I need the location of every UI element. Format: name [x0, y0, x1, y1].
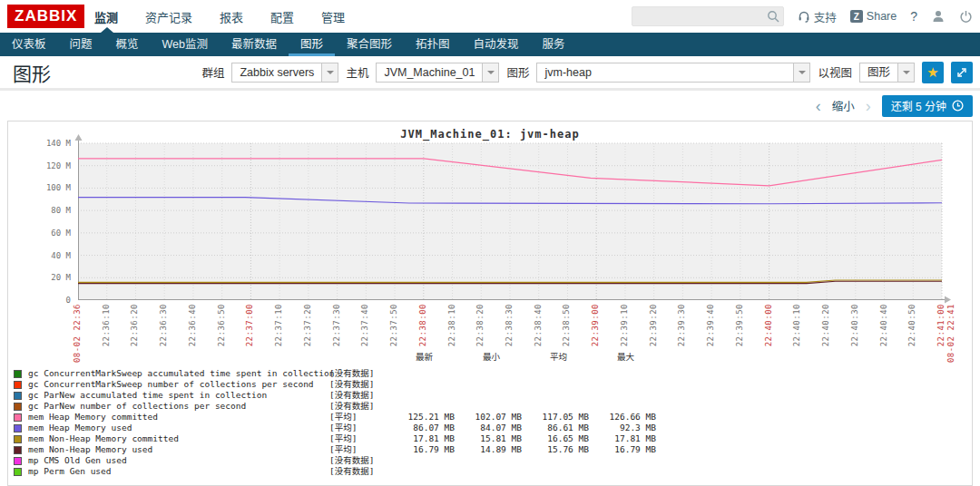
subnav-item[interactable]: 仪表板: [0, 33, 58, 56]
legend-item-function: [没有数据]: [329, 466, 387, 477]
subnav-item[interactable]: 图形: [289, 33, 335, 56]
y-tick-label: 140 M: [46, 139, 71, 148]
legend-item-value: [387, 379, 455, 390]
time-forward-button[interactable]: ›: [866, 98, 871, 114]
subnav-item[interactable]: 问题: [58, 33, 104, 56]
fullscreen-button[interactable]: [951, 62, 973, 83]
legend-item-value: 16.79 MB: [589, 444, 656, 455]
x-tick-label: 22:37:10: [274, 304, 283, 346]
legend-item-value: 84.07 MB: [455, 423, 522, 433]
legend-header-spacer: [329, 350, 387, 368]
legend-header-spacer: [28, 350, 329, 368]
y-tick-label: 0: [66, 296, 71, 305]
favourite-button[interactable]: ★: [922, 62, 944, 83]
x-tick-label: 22:40:00: [764, 304, 773, 346]
time-remaining-button[interactable]: 还剩 5 分钟: [882, 95, 973, 117]
view-as-select[interactable]: 图形: [859, 63, 915, 83]
legend-item-value: 17.81 MB: [589, 433, 656, 444]
logout-icon[interactable]: [959, 10, 973, 24]
legend-swatch-wrap: [14, 466, 28, 477]
menu-item[interactable]: 监测: [94, 8, 118, 25]
y-tick-label: 60 M: [51, 228, 71, 238]
legend-item-value: 15.76 MB: [522, 444, 589, 455]
subnav-item[interactable]: 最新数据: [220, 33, 289, 56]
subnav-item[interactable]: 自动发现: [462, 33, 531, 56]
legend-item-value: 14.89 MB: [455, 444, 522, 455]
host-select[interactable]: JVM_Machine_01: [376, 63, 499, 83]
main-menu: 监测资产记录报表配置管理: [94, 0, 345, 33]
x-axis-arrow-icon: [945, 296, 951, 304]
legend-item-value: [522, 390, 589, 401]
time-back-button[interactable]: ‹: [816, 98, 821, 114]
chevron-down-icon[interactable]: [321, 63, 338, 82]
legend-color-swatch: [14, 392, 22, 400]
legend-item-label: mem Heap Memory committed: [28, 412, 329, 423]
legend-item-value: [589, 368, 656, 379]
legend-item-label: gc ParNew number of collections per seco…: [28, 401, 329, 412]
legend-item-value: [455, 379, 522, 390]
zoom-out-button[interactable]: 缩小: [832, 97, 855, 114]
legend-swatch-wrap: [14, 401, 28, 412]
expand-icon: [956, 66, 968, 79]
legend-column-header: 平均: [522, 350, 589, 368]
menu-item[interactable]: 配置: [270, 8, 294, 25]
graph-plot-area[interactable]: [78, 143, 942, 300]
support-label: 支持: [814, 8, 837, 25]
search-input[interactable]: [632, 6, 784, 26]
support-link[interactable]: 支持: [798, 8, 837, 25]
x-tick-label: 22:37:40: [360, 304, 369, 346]
legend-item-value: [387, 401, 455, 412]
y-tick-label: 40 M: [51, 251, 71, 260]
graph-select-value: jvm-heap: [537, 63, 793, 82]
legend-item-value: 102.07 MB: [455, 412, 522, 423]
top-bar: ZABBIX 监测资产记录报表配置管理 支持 Z Share ?: [0, 0, 980, 33]
x-tick-label: 22:39:40: [706, 304, 715, 346]
share-label: Share: [867, 10, 897, 23]
x-tick-label: 22:40:40: [879, 304, 888, 346]
legend-item-value: [387, 466, 455, 477]
search-icon[interactable]: [767, 10, 779, 23]
legend-swatch-wrap: [14, 455, 28, 466]
x-tick-label: 22:36:10: [102, 304, 111, 346]
legend-item-function: [平均]: [329, 423, 387, 433]
group-select[interactable]: Zabbix servers: [231, 63, 338, 83]
menu-item[interactable]: 管理: [321, 8, 345, 25]
subnav-item[interactable]: 概览: [104, 33, 151, 56]
legend-item-label: mem Heap Memory used: [28, 423, 329, 433]
subnav-item[interactable]: 服务: [531, 33, 577, 56]
legend-item-function: [没有数据]: [329, 379, 387, 390]
chevron-down-icon[interactable]: [897, 63, 914, 82]
legend-color-swatch: [14, 370, 22, 378]
menu-item[interactable]: 资产记录: [145, 8, 192, 25]
share-link[interactable]: Z Share: [850, 10, 897, 23]
legend-item-value: [387, 368, 455, 379]
legend-item-value: 16.65 MB: [522, 433, 589, 444]
legend-item-value: [589, 401, 656, 412]
legend-item-value: 126.66 MB: [589, 412, 656, 423]
chevron-down-icon[interactable]: [482, 63, 498, 82]
chevron-down-icon[interactable]: [793, 63, 809, 82]
x-tick-label: 22:37:30: [332, 304, 341, 346]
graph-select[interactable]: jvm-heap: [536, 63, 810, 83]
x-tick-label: 22:41:00: [936, 304, 946, 346]
legend-item-value: [589, 466, 656, 477]
x-tick-label: 22:38:40: [534, 304, 543, 346]
zabbix-logo[interactable]: ZABBIX: [7, 5, 84, 28]
legend-item-value: [522, 455, 589, 466]
legend-color-swatch: [14, 446, 22, 454]
legend-swatch-wrap: [14, 368, 28, 379]
legend-item-function: [没有数据]: [329, 455, 387, 466]
x-tick-label: 08-02 22:41: [946, 304, 956, 363]
graph-title: JVM_Machine_01: jvm-heap: [8, 128, 972, 141]
subnav-item[interactable]: 聚合图形: [335, 33, 404, 56]
page-title: 图形: [13, 59, 51, 86]
subnav-item[interactable]: Web监测: [151, 33, 220, 56]
subnav-item[interactable]: 拓扑图: [404, 33, 462, 56]
y-tick-label: 20 M: [51, 273, 71, 282]
view-as-label: 以视图: [818, 63, 852, 81]
help-link[interactable]: ?: [910, 9, 917, 24]
user-profile-icon[interactable]: [931, 9, 946, 24]
menu-item[interactable]: 报表: [220, 8, 243, 25]
x-tick-label: 22:40:30: [850, 304, 859, 346]
group-select-value: Zabbix servers: [232, 63, 321, 82]
